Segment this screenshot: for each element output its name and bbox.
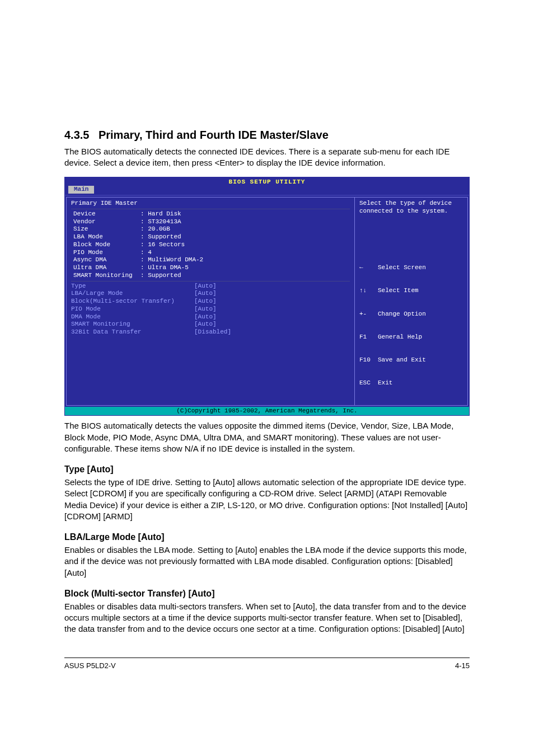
bios-nav-row: F10 Save and Exit	[359, 356, 463, 364]
block-header: Block (Multi-sector Transfer) [Auto]	[64, 589, 470, 599]
bios-info-row: Size: 20.0GB	[73, 226, 350, 233]
bios-info-row: SMART Monitoring: Supported	[73, 272, 350, 280]
bios-info-row: Vendor: ST320413A	[73, 218, 350, 226]
after-bios-paragraph: The BIOS automatically detects the value…	[64, 420, 470, 454]
bios-info-row: PIO Mode: 4	[73, 249, 350, 257]
bios-tab-main: Main	[68, 186, 94, 194]
bios-nav-row: F1 General Help	[359, 334, 463, 341]
footer-right: 4-15	[455, 661, 470, 670]
bios-setting-row: PIO Mode[Auto]	[71, 306, 350, 313]
bios-setting-row: 32Bit Data Transfer[Disabled]	[71, 328, 350, 336]
bios-tabs: Main	[65, 186, 469, 195]
bios-setting-row: Block(Multi-sector Transfer)[Auto]	[71, 298, 350, 306]
type-header: Type [Auto]	[64, 464, 470, 475]
bios-setting-row: SMART Monitoring[Auto]	[71, 321, 350, 328]
bios-device-info-group: Device: Hard Disk Vendor: ST320413A Size…	[71, 209, 350, 281]
bios-info-row: Ultra DMA: Ultra DMA-5	[73, 264, 350, 272]
bios-info-row: Device: Hard Disk	[73, 210, 350, 218]
lba-body: Enables or disables the LBA mode. Settin…	[64, 544, 470, 579]
bios-setting-row: LBA/Large Mode[Auto]	[71, 290, 350, 298]
bios-screenshot: BIOS SETUP UTILITY Main Primary IDE Mast…	[64, 177, 470, 416]
bios-setting-row: DMA Mode[Auto]	[71, 313, 350, 321]
page-footer: ASUS P5LD2-V 4-15	[64, 658, 470, 670]
bios-info-row: Block Mode: 16 Sectors	[73, 241, 350, 249]
bios-nav-row: ↑↓ Select Item	[359, 287, 463, 295]
lba-header: LBA/Large Mode [Auto]	[64, 532, 470, 542]
bios-nav-row: ESC Exit	[359, 379, 463, 387]
bios-help-text: Select the type of device connected to t…	[359, 200, 463, 249]
bios-copyright: (C)Copyright 1985-2002, American Megatre…	[65, 407, 469, 416]
section-title: Primary, Third and Fourth IDE Master/Sla…	[99, 129, 329, 142]
bios-nav-keys: ← Select Screen ↑↓ Select Item +- Change…	[359, 249, 463, 403]
section-intro: The BIOS automatically detects the conne…	[64, 146, 470, 169]
bios-title: BIOS SETUP UTILITY	[65, 177, 469, 186]
bios-left-panel: Primary IDE Master Device: Hard Disk Ven…	[66, 197, 354, 406]
bios-panel-header: Primary IDE Master	[71, 200, 350, 208]
bios-info-row: LBA Mode: Supported	[73, 233, 350, 241]
section-number: 4.3.5	[64, 129, 89, 142]
bios-nav-row: +- Change Option	[359, 311, 463, 318]
block-body: Enables or disables data multi-sectors t…	[64, 601, 470, 635]
type-body: Selects the type of IDE drive. Setting t…	[64, 477, 470, 522]
bios-nav-row: ← Select Screen	[359, 264, 463, 272]
bios-setting-row: Type[Auto]	[71, 283, 350, 290]
footer-left: ASUS P5LD2-V	[64, 661, 116, 670]
bios-right-panel: Select the type of device connected to t…	[354, 197, 468, 406]
bios-info-row: Async DMA: MultiWord DMA-2	[73, 256, 350, 264]
bios-settings-group: Type[Auto] LBA/Large Mode[Auto] Block(Mu…	[71, 283, 350, 336]
